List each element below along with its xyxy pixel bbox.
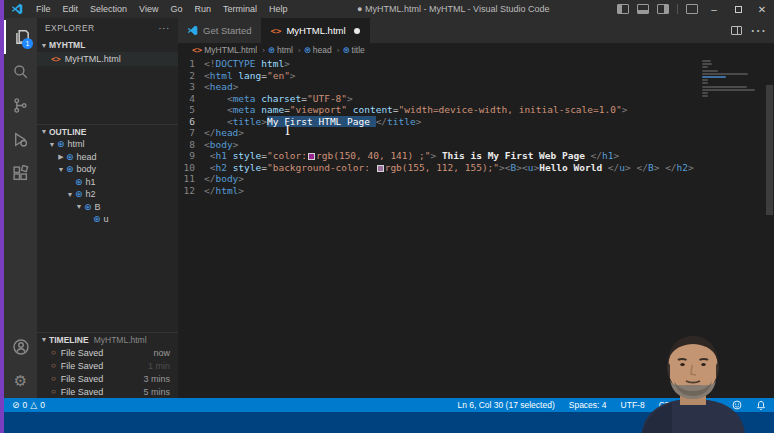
symbol-icon: ⊛ <box>342 45 349 55</box>
warning-icon: △ <box>30 400 37 410</box>
workspace-section[interactable]: ▼ MYHTML <box>37 38 178 52</box>
explorer-title: EXPLORER <box>45 23 95 33</box>
chevron-down-icon: ▼ <box>39 336 49 343</box>
extensions-icon[interactable] <box>4 156 37 190</box>
tab-myhtml-html[interactable]: <>MyHTML.html <box>262 18 370 43</box>
code-line-3[interactable]: 3<head> <box>178 81 774 93</box>
outline-node-body[interactable]: ▼⊛body <box>37 163 178 176</box>
code-line-6[interactable]: 6 <title>My First HTML Page </title> <box>178 116 774 128</box>
toggle-panel-icon[interactable] <box>637 4 649 14</box>
color-swatch-icon[interactable] <box>308 153 315 160</box>
breadcrumb-item-title[interactable]: ⊛title <box>342 45 364 55</box>
timeline-item[interactable]: ○File Saved5 mins <box>37 385 178 398</box>
breadcrumb-item-myhtml-html[interactable]: <>MyHTML.html <box>192 45 257 55</box>
explorer-icon[interactable]: 1 <box>4 20 37 54</box>
restore-button[interactable] <box>726 0 750 18</box>
screen: FileEditSelectionViewGoRunTerminalHelp ●… <box>0 0 774 433</box>
breadcrumb-item-head[interactable]: ⊛head <box>304 45 332 55</box>
tab-get-started[interactable]: Get Started <box>178 18 262 43</box>
breadcrumb-item-html[interactable]: ⊛html <box>268 45 293 55</box>
code-line-5[interactable]: 5 <meta name="viewport" content="width=d… <box>178 104 774 116</box>
code-line-7[interactable]: 7</head> <box>178 127 774 139</box>
code-line-9[interactable]: 9 <h1 style="color:rgb(150, 40, 141) ;">… <box>178 150 774 162</box>
toggle-secondary-sidebar-icon[interactable] <box>657 4 669 14</box>
timeline-section[interactable]: ▼ TIMELINE MyHTML.html <box>37 332 178 346</box>
breadcrumb-separator: › <box>337 46 340 55</box>
menu-run[interactable]: Run <box>188 4 217 14</box>
code-line-11[interactable]: 11</body> <box>178 173 774 185</box>
menu-edit[interactable]: Edit <box>57 4 85 14</box>
minimap[interactable] <box>702 60 764 98</box>
outline-node-h1[interactable]: ⊛h1 <box>37 176 178 189</box>
symbol-icon: ⊛ <box>75 177 83 187</box>
code-line-8[interactable]: 8<body> <box>178 139 774 151</box>
split-editor-icon[interactable] <box>731 26 742 35</box>
code-line-4[interactable]: 4 <meta charset="UTF-8"> <box>178 93 774 105</box>
chevron-down-icon[interactable]: ▼ <box>47 141 57 148</box>
modified-dot-icon <box>354 28 360 34</box>
outline-node-label: html <box>68 139 85 149</box>
outline-node-b[interactable]: ▼⊛B <box>37 201 178 214</box>
code-line-2[interactable]: 2<html lang="en"> <box>178 70 774 82</box>
menu-go[interactable]: Go <box>164 4 188 14</box>
menu-help[interactable]: Help <box>263 4 294 14</box>
timeline-item[interactable]: ○File Saved3 mins <box>37 372 178 385</box>
window-title: ● MyHTML.html - MyHTML - Visual Studio C… <box>293 4 613 14</box>
menu-view[interactable]: View <box>133 4 164 14</box>
code-line-12[interactable]: 12</html> <box>178 185 774 197</box>
window-controls: – ✕ <box>613 0 774 18</box>
explorer-more-actions-icon[interactable]: ··· <box>159 23 171 33</box>
minimap-line <box>702 82 708 84</box>
timeline-file-name: MyHTML.html <box>94 335 147 345</box>
toggle-sidebar-icon[interactable] <box>617 4 629 14</box>
symbol-icon: ⊛ <box>75 189 83 199</box>
source-control-icon[interactable] <box>4 88 37 122</box>
html-file-icon: <> <box>192 45 202 55</box>
screen-left-edge <box>0 0 4 433</box>
outline-section[interactable]: ▼ OUTLINE <box>37 124 178 138</box>
cursor-position[interactable]: Ln 6, Col 30 (17 selected) <box>457 400 554 410</box>
code-line-10[interactable]: 10 <h2 style="background-color: rgb(155,… <box>178 162 774 174</box>
outline-node-head[interactable]: ▶⊛head <box>37 151 178 164</box>
problems-indicator[interactable]: ⊘ 0 △ 0 <box>12 400 45 410</box>
indentation-setting[interactable]: Spaces: 4 <box>569 400 607 410</box>
chevron-down-icon[interactable]: ▼ <box>74 203 84 210</box>
menu-selection[interactable]: Selection <box>84 4 133 14</box>
color-swatch-icon[interactable] <box>377 165 384 172</box>
menu-terminal[interactable]: Terminal <box>217 4 263 14</box>
outline-node-label: h1 <box>86 177 96 187</box>
timeline-item-time: 5 mins <box>143 387 170 397</box>
minimize-button[interactable]: – <box>702 0 726 18</box>
save-event-icon: ○ <box>51 348 56 357</box>
settings-gear-icon[interactable]: ⚙ <box>4 364 37 398</box>
symbol-icon: ⊛ <box>66 152 74 162</box>
editor-more-actions-icon[interactable]: ⋯ <box>750 21 766 40</box>
close-button[interactable]: ✕ <box>750 0 774 18</box>
timeline-item[interactable]: ○File Savednow <box>37 346 178 359</box>
chevron-down-icon[interactable]: ▼ <box>56 166 66 173</box>
chevron-down-icon: ▼ <box>39 128 49 135</box>
divider <box>677 4 678 14</box>
code-line-1[interactable]: 1<!DOCTYPE html> <box>178 58 774 70</box>
chevron-right-icon[interactable]: ▶ <box>56 153 66 161</box>
outline-node-u[interactable]: ⊛u <box>37 213 178 226</box>
accounts-icon[interactable] <box>4 330 37 364</box>
file-item-myhtml[interactable]: <> MyHTML.html <box>37 52 178 66</box>
menu-file[interactable]: File <box>30 4 57 14</box>
outline-node-html[interactable]: ▼⊛html <box>37 138 178 151</box>
timeline-item-time: 3 mins <box>143 374 170 384</box>
chevron-down-icon[interactable]: ▼ <box>65 191 75 198</box>
run-and-debug-icon[interactable] <box>4 122 37 156</box>
menu-bar: FileEditSelectionViewGoRunTerminalHelp <box>30 4 293 14</box>
breadcrumb-separator: › <box>298 46 301 55</box>
line-number: 3 <box>178 81 204 93</box>
activity-bar: 1 ⚙ <box>4 18 37 398</box>
timeline-item[interactable]: ○File Saved1 min <box>37 359 178 372</box>
customize-layout-icon[interactable] <box>686 4 698 14</box>
line-number: 2 <box>178 70 204 82</box>
outline-title: OUTLINE <box>49 127 86 137</box>
warning-count: 0 <box>40 400 45 410</box>
tab-bar: Get Started<>MyHTML.html ⋯ <box>178 18 774 43</box>
search-icon[interactable] <box>4 54 37 88</box>
outline-node-h2[interactable]: ▼⊛h2 <box>37 188 178 201</box>
